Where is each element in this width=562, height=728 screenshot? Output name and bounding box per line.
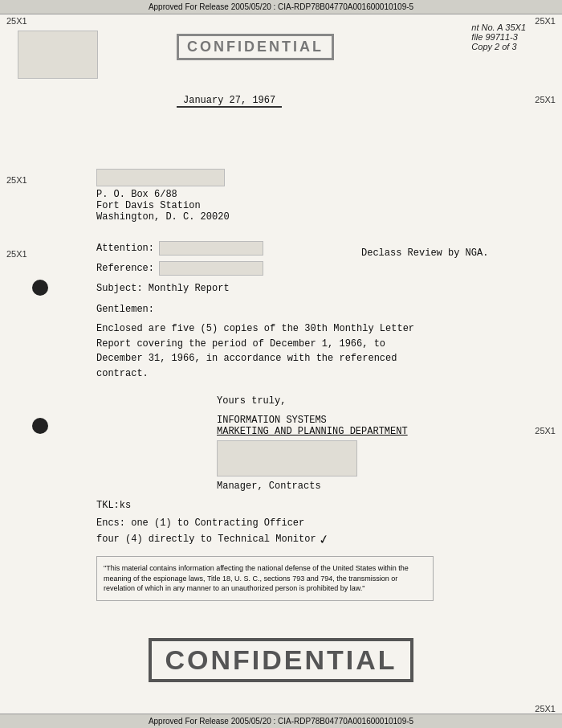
reference-label: Reference: bbox=[96, 263, 154, 274]
closing-row: Yours truly, bbox=[217, 395, 286, 407]
org-line2-text: MARKETING AND PLANNING DEPARTMENT bbox=[217, 426, 408, 437]
attention-redact bbox=[159, 241, 263, 256]
bottom-approval-text: Approved For Release 2005/05/20 : CIA-RD… bbox=[149, 717, 413, 726]
subject-text: Subject: Monthly Report bbox=[96, 283, 230, 294]
org-line1-row: INFORMATION SYSTEMS bbox=[217, 415, 327, 426]
address-line1: P. O. Box 6/88 bbox=[96, 189, 230, 200]
subject-row: Subject: Monthly Report bbox=[96, 283, 230, 294]
corner-label-bottom-right: 25X1 bbox=[535, 704, 556, 714]
initials-text: TKL:ks bbox=[96, 500, 131, 511]
date-container: January 27, 1967 bbox=[177, 95, 282, 108]
date-text: January 27, 1967 bbox=[177, 95, 282, 106]
encs-row1: Encs: one (1) to Contracting Officer bbox=[96, 517, 304, 529]
salutation-text: Gentlemen: bbox=[96, 304, 154, 315]
attention-label: Attention: bbox=[96, 243, 154, 254]
reference-row: Reference: bbox=[96, 261, 263, 276]
corner-label-left-1: 25X1 bbox=[6, 175, 27, 185]
handwritten-file: file 99711-3 bbox=[471, 32, 526, 42]
org-line2-row: MARKETING AND PLANNING DEPARTMENT bbox=[217, 426, 408, 437]
encs-text2: four (4) directly to Technical Monitor bbox=[96, 534, 316, 545]
bullet-circle-1 bbox=[32, 280, 48, 296]
body-text: Enclosed are five (5) copies of the 30th… bbox=[96, 321, 442, 381]
handwritten-top-area: nt No. A 35X1 file 99711-3 Copy 2 of 3 bbox=[471, 22, 526, 51]
manager-title-text: Manager, Contracts bbox=[217, 481, 321, 492]
top-approval-text: Approved For Release 2005/05/20 : CIA-RD… bbox=[149, 2, 413, 11]
address-block: P. O. Box 6/88 Fort Davis Station Washin… bbox=[96, 189, 230, 223]
manager-title-row: Manager, Contracts bbox=[217, 481, 321, 492]
address-line2: Fort Davis Station bbox=[96, 200, 230, 211]
legal-text-box: "This material contains information affe… bbox=[96, 556, 434, 601]
corner-label-right-mid2: 25X1 bbox=[535, 426, 556, 436]
handwritten-copy: Copy 2 of 3 bbox=[471, 42, 526, 51]
address-line3: Washington, D. C. 20020 bbox=[96, 211, 230, 223]
encs-text1: Encs: one (1) to Contracting Officer bbox=[96, 517, 304, 529]
confidential-stamp-top: CONFIDENTIAL bbox=[177, 34, 334, 60]
declass-text: Declass Review by NGA. bbox=[361, 247, 488, 259]
encs-row2: four (4) directly to Technical Monitor ✓ bbox=[96, 530, 328, 548]
confidential-large-section: CONFIDENTIAL bbox=[0, 638, 562, 682]
redact-box-top-left bbox=[18, 31, 98, 82]
bottom-approval-bar: Approved For Release 2005/05/20 : CIA-RD… bbox=[0, 714, 562, 728]
corner-label-top-right: 25X1 bbox=[535, 16, 556, 26]
corner-label-left-2: 25X1 bbox=[6, 249, 27, 259]
corner-label-top-left: 25X1 bbox=[6, 16, 27, 26]
top-approval-bar: Approved For Release 2005/05/20 : CIA-RD… bbox=[0, 0, 562, 14]
handwritten-doc-ref: nt No. A 35X1 bbox=[471, 22, 526, 32]
document-page: Approved For Release 2005/05/20 : CIA-RD… bbox=[0, 0, 562, 728]
attention-row: Attention: bbox=[96, 241, 263, 256]
salutation-row: Gentlemen: bbox=[96, 304, 154, 315]
closing-text: Yours truly, bbox=[217, 395, 286, 407]
confidential-stamp-text: CONFIDENTIAL bbox=[177, 34, 334, 60]
signature-redact-box bbox=[217, 440, 357, 480]
declass-review: Declass Review by NGA. bbox=[361, 247, 488, 259]
confidential-large-text: CONFIDENTIAL bbox=[149, 638, 413, 682]
org-line1-text: INFORMATION SYSTEMS bbox=[217, 415, 327, 426]
legal-text-content: "This material contains information affe… bbox=[104, 563, 426, 594]
body-content: Enclosed are five (5) copies of the 30th… bbox=[96, 323, 414, 379]
checkmark-icon: ✓ bbox=[318, 530, 329, 549]
date-section: January 27, 1967 bbox=[177, 95, 282, 108]
date-underline: January 27, 1967 bbox=[177, 95, 282, 108]
reference-redact bbox=[159, 261, 263, 276]
initials-row: TKL:ks bbox=[96, 500, 131, 511]
corner-label-mid-right: 25X1 bbox=[535, 95, 556, 104]
redact-box-address bbox=[96, 169, 225, 190]
bullet-circle-2 bbox=[32, 418, 48, 434]
